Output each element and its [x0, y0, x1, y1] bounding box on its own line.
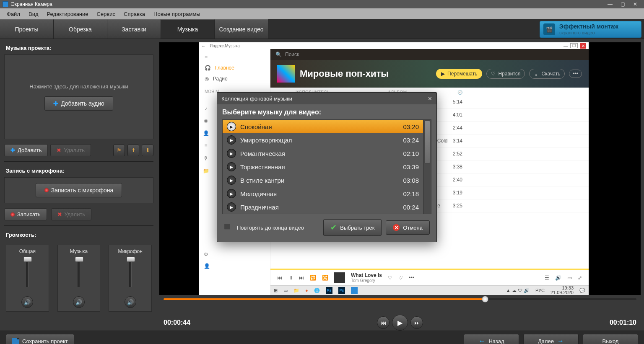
app-icon [3, 1, 8, 7]
tab-trim[interactable]: Обрезка [54, 19, 107, 39]
play-icon[interactable]: ▶ [227, 122, 236, 131]
person-icon: 👤 [203, 130, 209, 136]
fullscreen-icon: ⤢ [578, 275, 582, 281]
play-button[interactable]: ▶ [392, 315, 408, 331]
track-name: В стиле кантри [240, 177, 284, 184]
flag-icon-button[interactable]: ⚑ [113, 145, 125, 156]
yandex-icon: ● [305, 288, 308, 293]
track-scrollbar[interactable] [423, 120, 431, 214]
next-button[interactable]: Далее→ [523, 334, 579, 344]
track-item[interactable]: ▶Праздничная00:24 [223, 200, 423, 214]
promo-subtitle: экранного видео [559, 30, 618, 35]
play-icon[interactable]: ▶ [227, 135, 236, 145]
music-drop-area[interactable]: Нажмите здесь для наложения музыки ✚ Доб… [4, 54, 153, 139]
window-minimize[interactable]: — [604, 1, 616, 7]
ym-duration: 2:40 [451, 177, 462, 183]
check-icon: ✔ [330, 223, 337, 232]
move-up-button[interactable]: ⬆ [127, 145, 139, 156]
like-button: ♡ Нравится [486, 69, 525, 79]
track-duration: 03:24 [403, 137, 419, 144]
arrow-right-icon: → [557, 337, 564, 344]
more-icon: ••• [409, 275, 414, 281]
gear-icon: ⚙ [204, 251, 210, 257]
playlist-title: Мировые поп-хиты [300, 68, 389, 79]
next-button[interactable]: ⏭ [410, 316, 423, 329]
add-audio-label: Добавить аудио [61, 100, 104, 107]
choose-track-button[interactable]: ✔Выбрать трек [323, 219, 382, 236]
track-duration: 02:10 [403, 150, 419, 157]
window-close[interactable]: ✕ [629, 1, 641, 7]
track-item[interactable]: ▶В стиле кантри03:08 [223, 173, 423, 187]
dialog-subtitle: Выберите музыку для видео: [222, 109, 431, 116]
add-button[interactable]: ✚Добавить [4, 144, 48, 156]
record-label: Записать [17, 211, 41, 217]
menu-new-programs[interactable]: Новые программы [149, 9, 205, 19]
exit-label: Выход [602, 338, 619, 344]
vol-label-overall: Общая [19, 248, 36, 254]
play-icon[interactable]: ▶ [227, 162, 236, 171]
delete-button[interactable]: ✖Удалить [50, 144, 91, 156]
play-icon[interactable]: ▶ [227, 189, 236, 198]
prev-button[interactable]: ⏮ [377, 316, 390, 329]
volume-slider-music[interactable] [78, 257, 80, 287]
track-duration: 03:08 [403, 177, 419, 184]
save-project-button[interactable]: Сохранить проект [6, 334, 74, 344]
window-maximize[interactable]: ▢ [616, 1, 629, 7]
menu-help[interactable]: Справка [119, 9, 149, 19]
ym-duration: 5:14 [451, 99, 462, 105]
ym-side-radio: ◎Радио [199, 73, 270, 84]
track-item[interactable]: ▶Романтическая02:10 [223, 147, 423, 160]
track-item[interactable]: ▶Спокойная03:20 [223, 120, 423, 133]
mic-record-box: Записать с микрофона [4, 177, 153, 203]
move-down-button[interactable]: ⬇ [142, 145, 153, 156]
tab-create-video[interactable]: Создание видео [215, 19, 268, 39]
ym-search-placeholder: Поиск [285, 52, 299, 57]
mute-music-button[interactable]: 🔊 [73, 296, 85, 308]
floppy-icon [12, 338, 19, 344]
menu-service[interactable]: Сервис [93, 9, 120, 19]
back-button[interactable]: ←Назад [464, 334, 519, 344]
captured-maximize: ❐ [570, 43, 578, 48]
search-icon: 🔍 [275, 52, 282, 57]
track-item[interactable]: ▶Умиротворяющая03:24 [223, 133, 423, 147]
avatar: 👤 [204, 263, 210, 269]
play-icon[interactable]: ▶ [227, 202, 236, 212]
cancel-button[interactable]: ✕Отмена [386, 220, 430, 235]
cancel-icon: ✕ [393, 224, 400, 231]
record-button[interactable]: Записать [4, 208, 47, 220]
volume-music: Музыка 🔊 [57, 245, 101, 312]
mute-mic-button[interactable]: 🔊 [125, 296, 136, 308]
play-icon[interactable]: ▶ [227, 149, 236, 158]
exit-button[interactable]: Выход [583, 334, 638, 344]
play-icon[interactable]: ▶ [227, 176, 236, 185]
delete-recording-button[interactable]: ✖Удалить [51, 208, 92, 220]
ym-player-bar: ⏮ ⏸ ⏭ 🔁 🔀 What Love Is Tom Gregory ♡ [270, 270, 589, 285]
background-music-dialog: Коллекция фоновой музыки ✕ Выберите музы… [217, 92, 437, 242]
more-button: ••• [569, 70, 582, 78]
video-preview: ← Яндекс.Музыка — ❐ ✕ ≡ 🎧Главное ◎Радио … [159, 42, 641, 295]
timeline-thumb[interactable] [482, 296, 488, 303]
volume-slider-mic[interactable] [129, 257, 132, 287]
tab-projects[interactable]: Проекты [0, 19, 54, 39]
timeline-track[interactable] [164, 298, 636, 300]
track-item[interactable]: ▶Мелодичная02:18 [223, 187, 423, 200]
add-audio-button[interactable]: ✚ Добавить аудио [44, 96, 113, 111]
dialog-close-button[interactable]: ✕ [428, 96, 432, 102]
tab-music[interactable]: Музыка [161, 19, 215, 39]
record-mic-button[interactable]: Записать с микрофона [36, 183, 122, 197]
menu-edit[interactable]: Редактирование [43, 9, 93, 19]
record-icon [44, 188, 49, 192]
volume-icon: 🔊 [555, 275, 561, 281]
menu-file[interactable]: Файл [3, 9, 24, 19]
volume-slider-overall[interactable] [26, 257, 29, 287]
next-icon: ⏭ [299, 275, 304, 281]
tab-intros[interactable]: Заставки [107, 19, 161, 39]
left-panel: Музыка проекта: Нажмите здесь для наложе… [0, 39, 157, 331]
menu-view[interactable]: Вид [24, 9, 43, 19]
captured-app-title: Яндекс.Музыка [210, 44, 240, 48]
pause-icon: ⏸ [288, 275, 293, 281]
mute-overall-button[interactable]: 🔊 [21, 296, 33, 308]
repeat-checkbox[interactable] [224, 224, 233, 231]
track-item[interactable]: ▶Торжественная03:39 [223, 160, 423, 173]
promo-banner[interactable]: 🎬 Эффектный монтаж экранного видео [540, 21, 641, 38]
